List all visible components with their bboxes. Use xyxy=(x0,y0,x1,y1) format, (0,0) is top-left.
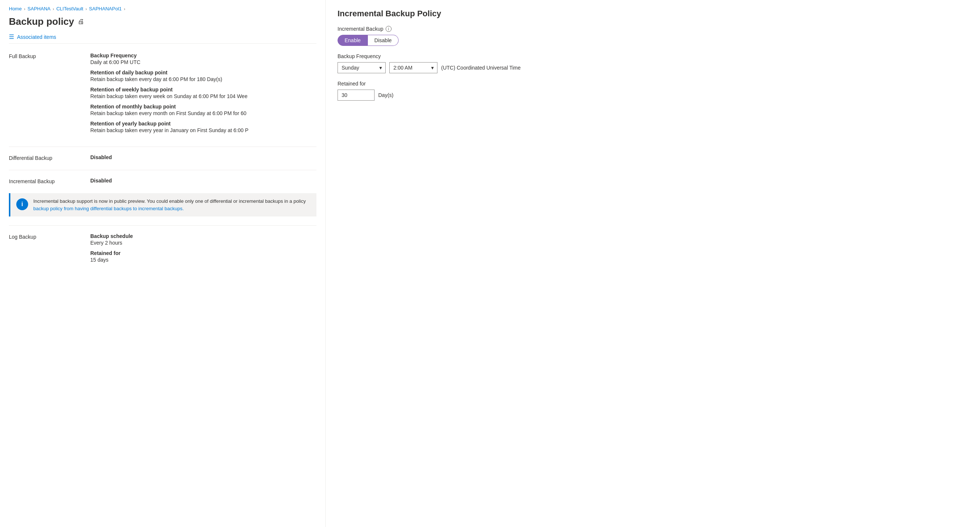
list-icon: ☰ xyxy=(9,33,14,40)
backup-frequency-row: Backup Frequency Sunday Monday Tuesday W… xyxy=(337,53,968,73)
timezone-label: (UTC) Coordinated Universal Time xyxy=(441,65,521,71)
day-select-wrapper: Sunday Monday Tuesday Wednesday Thursday… xyxy=(337,62,386,73)
info-banner: i Incremental backup support is now in p… xyxy=(9,193,317,217)
weekly-retention-group: Retention of weekly backup point Retain … xyxy=(90,87,317,99)
retained-for-row: Retained for Day(s) xyxy=(337,81,968,101)
log-retention-title: Retained for xyxy=(90,250,317,256)
full-backup-content: Backup Frequency Daily at 6:00 PM UTC Re… xyxy=(90,53,317,138)
log-retention-value: 15 days xyxy=(90,257,317,263)
incremental-toggle-row: Incremental Backup i Enable Disable xyxy=(337,26,968,46)
backup-frequency-group: Backup Frequency Daily at 6:00 PM UTC xyxy=(90,53,317,65)
log-schedule-value: Every 2 hours xyxy=(90,240,317,246)
differential-backup-section: Differential Backup Disabled xyxy=(9,154,317,161)
enable-toggle-button[interactable]: Enable xyxy=(337,35,368,46)
yearly-retention-value: Retain backup taken every year in Januar… xyxy=(90,127,317,133)
divider-3 xyxy=(9,225,317,226)
print-icon[interactable]: 🖨 xyxy=(78,18,84,25)
log-schedule-title: Backup schedule xyxy=(90,233,317,239)
time-select[interactable]: 12:00 AM 1:00 AM 2:00 AM 3:00 AM 4:00 AM… xyxy=(389,62,438,73)
monthly-retention-title: Retention of monthly backup point xyxy=(90,103,317,110)
monthly-retention-group: Retention of monthly backup point Retain… xyxy=(90,103,317,116)
backup-frequency-title: Backup Frequency xyxy=(90,53,317,59)
full-backup-label: Full Backup xyxy=(9,53,90,138)
time-select-wrapper: 12:00 AM 1:00 AM 2:00 AM 3:00 AM 4:00 AM… xyxy=(389,62,438,73)
backup-frequency-value: Daily at 6:00 PM UTC xyxy=(90,59,317,65)
backup-frequency-label-text: Backup Frequency xyxy=(337,53,968,59)
differential-backup-label: Differential Backup xyxy=(9,154,90,161)
frequency-dropdown-row: Sunday Monday Tuesday Wednesday Thursday… xyxy=(337,62,968,73)
tab-associated-items[interactable]: Associated items xyxy=(17,34,56,40)
breadcrumb-home[interactable]: Home xyxy=(9,6,22,11)
incremental-toggle-label-row: Incremental Backup i xyxy=(337,26,968,32)
daily-retention-title: Retention of daily backup point xyxy=(90,70,317,75)
page-title-row: Backup policy 🖨 xyxy=(9,16,317,27)
right-panel: Incremental Backup Policy Incremental Ba… xyxy=(326,0,980,527)
days-label: Day(s) xyxy=(378,92,393,98)
incremental-backup-label: Incremental Backup xyxy=(9,178,90,184)
info-banner-main-text: Incremental backup support is now in pub… xyxy=(33,198,306,204)
retained-days-input[interactable] xyxy=(337,89,374,101)
incremental-backup-content: Disabled xyxy=(90,178,317,184)
day-select[interactable]: Sunday Monday Tuesday Wednesday Thursday… xyxy=(337,62,386,73)
log-retention-group: Retained for 15 days xyxy=(90,250,317,263)
breadcrumb-clitestvault[interactable]: CLITestVault xyxy=(56,6,83,11)
breadcrumb: Home › SAPHANA › CLITestVault › SAPHANAP… xyxy=(9,6,317,11)
daily-retention-value: Retain backup taken every day at 6:00 PM… xyxy=(90,76,317,82)
daily-retention-group: Retention of daily backup point Retain b… xyxy=(90,70,317,82)
log-backup-section: Log Backup Backup schedule Every 2 hours… xyxy=(9,233,317,267)
log-backup-label: Log Backup xyxy=(9,233,90,267)
divider-2 xyxy=(9,170,317,170)
info-circle-icon: i xyxy=(16,198,28,210)
retained-for-label-row: Retained for xyxy=(337,81,968,87)
weekly-retention-value: Retain backup taken every week on Sunday… xyxy=(90,93,317,99)
info-banner-link[interactable]: backup policy from having differential b… xyxy=(33,206,184,211)
tab-row: ☰ Associated items xyxy=(9,33,317,44)
incremental-toggle-label-text: Incremental Backup xyxy=(337,26,383,32)
page-title: Backup policy xyxy=(9,16,74,27)
weekly-retention-title: Retention of weekly backup point xyxy=(90,87,317,92)
incremental-status: Disabled xyxy=(90,178,317,183)
full-backup-section: Full Backup Backup Frequency Daily at 6:… xyxy=(9,53,317,138)
info-banner-text: Incremental backup support is now in pub… xyxy=(33,197,306,212)
panel-title: Incremental Backup Policy xyxy=(337,9,968,19)
toggle-group: Enable Disable xyxy=(337,35,968,46)
differential-backup-content: Disabled xyxy=(90,154,317,161)
incremental-info-icon[interactable]: i xyxy=(386,26,391,32)
disable-toggle-button[interactable]: Disable xyxy=(368,35,399,46)
yearly-retention-title: Retention of yearly backup point xyxy=(90,121,317,127)
retained-for-input-row: Day(s) xyxy=(337,89,968,101)
divider-1 xyxy=(9,146,317,147)
yearly-retention-group: Retention of yearly backup point Retain … xyxy=(90,121,317,133)
breadcrumb-policy[interactable]: SAPHANAPol1 xyxy=(89,6,122,11)
retained-for-label: Retained for xyxy=(337,81,366,87)
breadcrumb-saphana[interactable]: SAPHANA xyxy=(27,6,50,11)
left-panel: Home › SAPHANA › CLITestVault › SAPHANAP… xyxy=(0,0,326,527)
backup-frequency-label: Backup Frequency xyxy=(337,53,381,59)
incremental-backup-section: Incremental Backup Disabled xyxy=(9,178,317,184)
differential-status: Disabled xyxy=(90,154,317,160)
monthly-retention-value: Retain backup taken every month on First… xyxy=(90,110,317,116)
log-backup-content: Backup schedule Every 2 hours Retained f… xyxy=(90,233,317,267)
log-schedule-group: Backup schedule Every 2 hours xyxy=(90,233,317,246)
